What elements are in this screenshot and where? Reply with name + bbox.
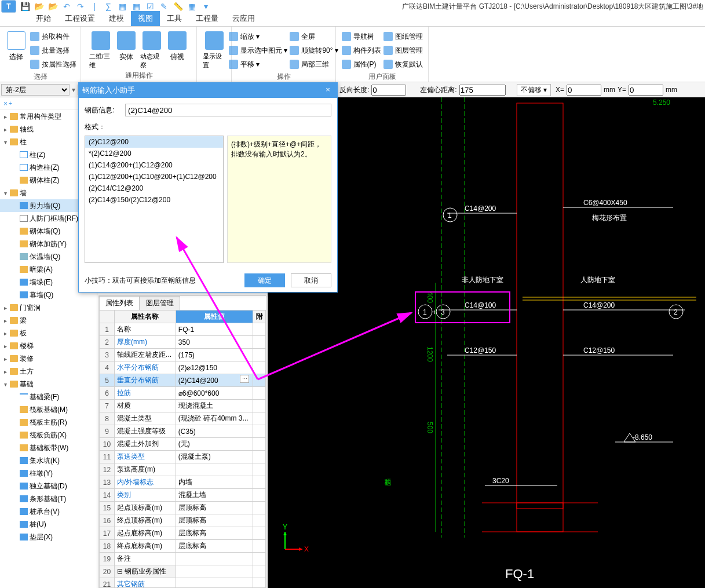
tree-cushion[interactable]: 垫层(X) bbox=[0, 531, 97, 543]
qat-pencil-icon[interactable]: ✎ bbox=[159, 2, 169, 11]
qat-undo-icon[interactable]: ↶ bbox=[61, 2, 72, 11]
rotate90-button[interactable]: 顺旋转90° ▾ bbox=[290, 44, 338, 57]
property-row[interactable]: 12泵送高度(m) bbox=[100, 463, 266, 476]
property-row[interactable]: 3轴线距左墙皮距...(175) bbox=[100, 349, 266, 361]
tab-start[interactable]: 开始 bbox=[29, 11, 58, 26]
tree-stair[interactable]: ▸楼梯 bbox=[0, 339, 97, 352]
cancel-button[interactable]: 取消 bbox=[291, 273, 331, 287]
qat-ruler-icon[interactable]: 📏 bbox=[173, 2, 183, 11]
tab-proplist[interactable]: 属性列表 bbox=[99, 296, 140, 310]
nooffset-select[interactable]: 不偏移 ▾ bbox=[517, 84, 551, 96]
showsel-button[interactable]: 显示选中图元 ▾ bbox=[229, 44, 287, 57]
floor-select[interactable]: 第-2层 bbox=[1, 84, 70, 96]
format-item[interactable]: (1)C14@200+(1)C12@200 bbox=[85, 159, 223, 171]
tab-qty[interactable]: 工程量 bbox=[189, 11, 225, 26]
qat-drop-icon[interactable]: ▾ bbox=[200, 2, 211, 11]
tree-raftneg[interactable]: 筏板负筋(X) bbox=[0, 429, 97, 441]
property-row[interactable]: 20⊟ 钢筋业务属性 bbox=[100, 565, 266, 578]
qat-redo-icon[interactable]: ↷ bbox=[75, 2, 86, 11]
property-row[interactable]: 8混凝土类型(现浇砼 碎石40mm 3... bbox=[100, 412, 266, 425]
tab-tool[interactable]: 工具 bbox=[160, 11, 189, 26]
y-input[interactable] bbox=[629, 85, 663, 96]
property-row[interactable]: 1名称FQ-1 bbox=[100, 323, 266, 336]
property-row[interactable]: 18终点底标高(m)层底标高 bbox=[100, 540, 266, 553]
format-item[interactable]: (2)C14@150/(2)C12@200 bbox=[85, 194, 223, 206]
tree-sump[interactable]: 集水坑(K) bbox=[0, 454, 97, 467]
close-icon[interactable]: × bbox=[322, 85, 334, 96]
qat-comp-icon[interactable]: ▦ bbox=[131, 2, 141, 11]
topview-button[interactable]: 俯视 bbox=[166, 28, 189, 62]
property-row[interactable]: 19备注 bbox=[100, 553, 266, 565]
pan-button[interactable]: 平移 ▾ bbox=[229, 58, 287, 71]
complist-button[interactable]: 构件列表 bbox=[342, 44, 381, 57]
tab-layermgr[interactable]: 图层管理 bbox=[140, 296, 180, 310]
ok-button[interactable]: 确定 bbox=[244, 273, 285, 287]
pick-component[interactable]: 拾取构件 bbox=[30, 30, 76, 43]
drawmgr-button[interactable]: 图纸管理 bbox=[383, 30, 423, 43]
display-settings-button[interactable]: 显示设置 bbox=[203, 28, 226, 70]
format-item[interactable]: (2)C14/C12@200 bbox=[85, 182, 223, 194]
x-input[interactable] bbox=[567, 85, 601, 96]
tree-pilecap[interactable]: 桩承台(V) bbox=[0, 505, 97, 518]
fullscreen-button[interactable]: 全屏 bbox=[290, 30, 338, 43]
property-row[interactable]: 5垂直分布钢筋(2)C14@200⋯ bbox=[100, 374, 266, 387]
tab-cloud[interactable]: 云应用 bbox=[225, 11, 262, 26]
tree-isolated[interactable]: 独立基础(D) bbox=[0, 480, 97, 492]
tree-strip[interactable]: 条形基础(T) bbox=[0, 492, 97, 505]
by-property-select[interactable]: 按属性选择 bbox=[30, 58, 76, 71]
tree-fbeam[interactable]: 基础梁(F) bbox=[0, 390, 97, 403]
more-button[interactable]: ⋯ bbox=[240, 375, 249, 383]
format-item[interactable]: (1)C12@200+(1)C10@200+(1)C12@200 bbox=[85, 171, 223, 182]
tab-view[interactable]: 视图 bbox=[131, 11, 160, 26]
props-button[interactable]: 属性(P) bbox=[342, 58, 381, 71]
local3d-button[interactable]: 局部三维 bbox=[290, 58, 338, 71]
layermgr-button[interactable]: 图层管理 bbox=[383, 44, 423, 57]
property-row[interactable]: 2厚度(mm)350 bbox=[100, 336, 266, 349]
qat-layer-icon[interactable]: ▦ bbox=[187, 2, 197, 11]
zoom-button[interactable]: 缩放 ▾ bbox=[229, 30, 287, 43]
tree-earth[interactable]: ▸土方 bbox=[0, 365, 97, 378]
property-row[interactable]: 21 其它钢筋 bbox=[100, 578, 266, 588]
batch-select[interactable]: 批量选择 bbox=[30, 44, 76, 57]
qat-save-icon[interactable]: 💾 bbox=[20, 2, 30, 11]
property-row[interactable]: 17起点底标高(m)层底标高 bbox=[100, 527, 266, 540]
property-row[interactable]: 16终点顶标高(m)层顶标高 bbox=[100, 514, 266, 527]
solid-button[interactable]: 实体 bbox=[115, 28, 138, 62]
property-row[interactable]: 13内/外墙标志内墙 bbox=[100, 476, 266, 489]
dynamic-view-button[interactable]: 动态观察 bbox=[140, 28, 163, 70]
property-row[interactable]: 10混凝土外加剂(无) bbox=[100, 438, 266, 451]
info-input[interactable] bbox=[125, 104, 331, 116]
tree-beam[interactable]: ▸梁 bbox=[0, 314, 97, 327]
tree-deco[interactable]: ▸装修 bbox=[0, 352, 97, 365]
qat-check-icon[interactable]: ☑ bbox=[145, 2, 155, 11]
qat-cube-icon[interactable]: ▦ bbox=[117, 2, 127, 11]
tab-model[interactable]: 建模 bbox=[102, 11, 131, 26]
tree-slab[interactable]: ▸板 bbox=[0, 327, 97, 339]
property-row[interactable]: 4水平分布钢筋(2)⌀12@150 bbox=[100, 361, 266, 374]
property-row[interactable]: 11泵送类型(混凝土泵) bbox=[100, 451, 266, 463]
property-row[interactable]: 15起点顶标高(m)层顶标高 bbox=[100, 502, 266, 514]
tree-found[interactable]: ▾基础 bbox=[0, 378, 97, 390]
restore-button[interactable]: 恢复默认 bbox=[383, 58, 423, 71]
tree-raft[interactable]: 筏板基础(M) bbox=[0, 403, 97, 416]
property-row[interactable]: 9混凝土强度等级(C35) bbox=[100, 425, 266, 438]
navtree-button[interactable]: 导航树 bbox=[342, 30, 381, 43]
tree-fstrip[interactable]: 基础板带(W) bbox=[0, 441, 97, 454]
revlen-input[interactable] bbox=[371, 85, 406, 96]
qat-open2-icon[interactable]: 📂 bbox=[48, 2, 58, 11]
format-list[interactable]: (2)C12@200 *(2)C12@200 (1)C14@200+(1)C12… bbox=[85, 136, 224, 263]
property-row[interactable]: 6拉筋⌀6@600*600 bbox=[100, 387, 266, 400]
leftoff-input[interactable] bbox=[459, 85, 506, 96]
2d3d-button[interactable]: 二维/三维 bbox=[89, 28, 112, 70]
tab-project[interactable]: 工程设置 bbox=[58, 11, 102, 26]
format-item[interactable]: *(2)C12@200 bbox=[85, 148, 223, 159]
property-row[interactable]: 7材质现浇混凝土 bbox=[100, 400, 266, 412]
tree-raftmain[interactable]: 筏板主筋(R) bbox=[0, 416, 97, 429]
qat-sum-icon[interactable]: ∑ bbox=[103, 2, 114, 11]
tree-door[interactable]: ▸门窗洞 bbox=[0, 301, 97, 314]
format-item[interactable]: (2)C12@200 bbox=[85, 136, 223, 148]
property-row[interactable]: 14类别混凝土墙 bbox=[100, 489, 266, 502]
tree-pile[interactable]: 桩(U) bbox=[0, 518, 97, 531]
tree-pier[interactable]: 柱墩(Y) bbox=[0, 467, 97, 480]
qat-open-icon[interactable]: 📂 bbox=[34, 2, 44, 11]
